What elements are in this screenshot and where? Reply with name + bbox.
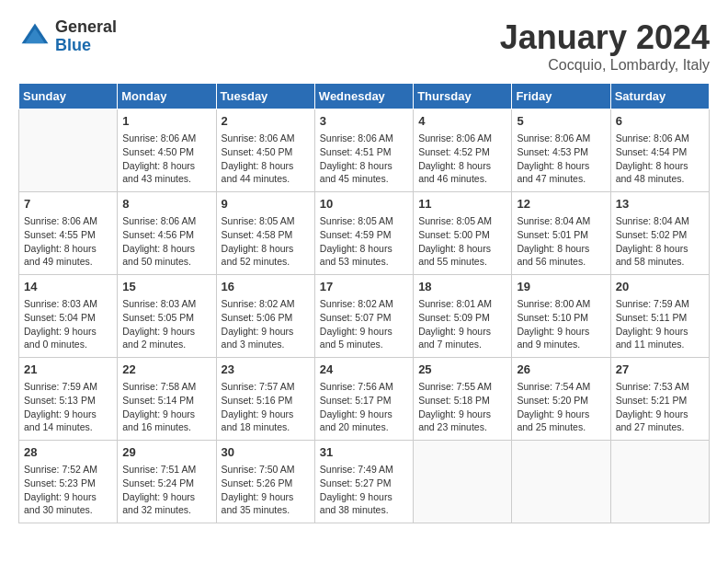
date-number: 7 [24,196,112,213]
day-info: Sunrise: 8:04 AM Sunset: 5:02 PM Dayligh… [616,214,704,269]
calendar-cell: 21Sunrise: 7:59 AM Sunset: 5:13 PM Dayli… [19,358,118,441]
calendar-cell: 2Sunrise: 8:06 AM Sunset: 4:50 PM Daylig… [216,109,314,192]
calendar-cell: 3Sunrise: 8:06 AM Sunset: 4:51 PM Daylig… [314,109,413,192]
date-number: 30 [222,444,310,461]
date-number: 16 [222,279,310,295]
logo: General Blue [18,18,117,55]
calendar-cell [512,441,610,523]
date-number: 27 [616,362,704,378]
calendar-header: SundayMondayTuesdayWednesdayThursdayFrid… [19,84,710,109]
calendar-cell: 23Sunrise: 7:57 AM Sunset: 5:16 PM Dayli… [216,358,314,441]
day-info: Sunrise: 8:06 AM Sunset: 4:56 PM Dayligh… [122,214,210,269]
date-number: 6 [616,113,704,130]
calendar-cell: 4Sunrise: 8:06 AM Sunset: 4:52 PM Daylig… [414,109,512,192]
day-header-tuesday: Tuesday [216,84,314,109]
day-info: Sunrise: 8:06 AM Sunset: 4:50 PM Dayligh… [222,132,310,186]
calendar-cell: 10Sunrise: 8:05 AM Sunset: 4:59 PM Dayli… [314,192,413,275]
calendar-cell: 5Sunrise: 8:06 AM Sunset: 4:53 PM Daylig… [512,109,610,192]
logo-blue-text: Blue [55,37,117,55]
date-number: 12 [517,196,605,213]
day-info: Sunrise: 8:06 AM Sunset: 4:52 PM Dayligh… [418,132,506,186]
calendar-table: SundayMondayTuesdayWednesdayThursdayFrid… [18,83,710,523]
day-info: Sunrise: 8:05 AM Sunset: 4:58 PM Dayligh… [222,214,310,269]
date-number: 15 [122,279,210,295]
calendar-cell: 6Sunrise: 8:06 AM Sunset: 4:54 PM Daylig… [610,109,709,192]
day-header-sunday: Sunday [19,84,118,109]
calendar-cell [414,441,512,523]
calendar-cell: 27Sunrise: 7:53 AM Sunset: 5:21 PM Dayli… [610,358,709,441]
day-info: Sunrise: 8:06 AM Sunset: 4:53 PM Dayligh… [517,132,605,186]
day-info: Sunrise: 8:02 AM Sunset: 5:07 PM Dayligh… [320,297,408,351]
day-info: Sunrise: 7:53 AM Sunset: 5:21 PM Dayligh… [616,380,704,434]
day-info: Sunrise: 7:54 AM Sunset: 5:20 PM Dayligh… [517,380,605,434]
week-row-1: 1Sunrise: 8:06 AM Sunset: 4:50 PM Daylig… [19,109,710,192]
day-info: Sunrise: 8:06 AM Sunset: 4:50 PM Dayligh… [122,132,210,186]
logo-text: General Blue [55,18,117,55]
week-row-2: 7Sunrise: 8:06 AM Sunset: 4:55 PM Daylig… [19,192,710,275]
calendar-cell: 29Sunrise: 7:51 AM Sunset: 5:24 PM Dayli… [118,441,216,523]
day-header-thursday: Thursday [414,84,512,109]
week-row-5: 28Sunrise: 7:52 AM Sunset: 5:23 PM Dayli… [19,441,710,523]
day-info: Sunrise: 7:50 AM Sunset: 5:26 PM Dayligh… [222,463,310,517]
calendar-cell: 9Sunrise: 8:05 AM Sunset: 4:58 PM Daylig… [216,192,314,275]
date-number: 29 [122,444,210,461]
calendar-cell: 22Sunrise: 7:58 AM Sunset: 5:14 PM Dayli… [118,358,216,441]
date-number: 14 [24,279,112,295]
day-info: Sunrise: 8:02 AM Sunset: 5:06 PM Dayligh… [222,297,310,351]
date-number: 28 [24,444,112,461]
week-row-3: 14Sunrise: 8:03 AM Sunset: 5:04 PM Dayli… [19,275,710,358]
date-number: 3 [320,113,408,130]
date-number: 19 [517,279,605,295]
calendar-cell: 26Sunrise: 7:54 AM Sunset: 5:20 PM Dayli… [512,358,610,441]
date-number: 24 [320,362,408,378]
calendar-cell: 16Sunrise: 8:02 AM Sunset: 5:06 PM Dayli… [216,275,314,358]
date-number: 26 [517,362,605,378]
calendar-cell: 28Sunrise: 7:52 AM Sunset: 5:23 PM Dayli… [19,441,118,523]
calendar-cell: 25Sunrise: 7:55 AM Sunset: 5:18 PM Dayli… [414,358,512,441]
date-number: 8 [122,196,210,213]
day-info: Sunrise: 8:04 AM Sunset: 5:01 PM Dayligh… [517,214,605,269]
calendar-body: 1Sunrise: 8:06 AM Sunset: 4:50 PM Daylig… [19,109,710,523]
calendar-cell: 30Sunrise: 7:50 AM Sunset: 5:26 PM Dayli… [216,441,314,523]
days-of-week-row: SundayMondayTuesdayWednesdayThursdayFrid… [19,84,710,109]
page-header: General Blue January 2024 Cocquio, Lomba… [18,18,710,74]
day-info: Sunrise: 7:58 AM Sunset: 5:14 PM Dayligh… [122,380,210,434]
day-info: Sunrise: 7:56 AM Sunset: 5:17 PM Dayligh… [320,380,408,434]
day-info: Sunrise: 8:00 AM Sunset: 5:10 PM Dayligh… [517,297,605,351]
date-number: 17 [320,279,408,295]
week-row-4: 21Sunrise: 7:59 AM Sunset: 5:13 PM Dayli… [19,358,710,441]
location: Cocquio, Lombardy, Italy [500,57,710,74]
calendar-cell: 19Sunrise: 8:00 AM Sunset: 5:10 PM Dayli… [512,275,610,358]
calendar-cell: 12Sunrise: 8:04 AM Sunset: 5:01 PM Dayli… [512,192,610,275]
calendar-cell: 18Sunrise: 8:01 AM Sunset: 5:09 PM Dayli… [414,275,512,358]
day-info: Sunrise: 7:51 AM Sunset: 5:24 PM Dayligh… [122,463,210,517]
date-number: 22 [122,362,210,378]
calendar-cell: 15Sunrise: 8:03 AM Sunset: 5:05 PM Dayli… [118,275,216,358]
date-number: 1 [122,113,210,130]
date-number: 11 [418,196,506,213]
day-info: Sunrise: 8:01 AM Sunset: 5:09 PM Dayligh… [418,297,506,351]
day-info: Sunrise: 7:55 AM Sunset: 5:18 PM Dayligh… [418,380,506,434]
day-header-wednesday: Wednesday [314,84,413,109]
calendar-cell [610,441,709,523]
title-block: January 2024 Cocquio, Lombardy, Italy [500,18,710,74]
day-info: Sunrise: 7:52 AM Sunset: 5:23 PM Dayligh… [24,463,112,517]
day-info: Sunrise: 8:03 AM Sunset: 5:04 PM Dayligh… [24,297,112,351]
day-header-monday: Monday [118,84,216,109]
day-info: Sunrise: 7:57 AM Sunset: 5:16 PM Dayligh… [222,380,310,434]
date-number: 9 [222,196,310,213]
day-info: Sunrise: 8:03 AM Sunset: 5:05 PM Dayligh… [122,297,210,351]
day-info: Sunrise: 8:06 AM Sunset: 4:51 PM Dayligh… [320,132,408,186]
calendar-cell: 8Sunrise: 8:06 AM Sunset: 4:56 PM Daylig… [118,192,216,275]
calendar-cell: 20Sunrise: 7:59 AM Sunset: 5:11 PM Dayli… [610,275,709,358]
date-number: 5 [517,113,605,130]
day-info: Sunrise: 8:05 AM Sunset: 4:59 PM Dayligh… [320,214,408,269]
date-number: 2 [222,113,310,130]
day-header-friday: Friday [512,84,610,109]
date-number: 10 [320,196,408,213]
month-title: January 2024 [500,18,710,57]
date-number: 23 [222,362,310,378]
calendar-cell: 7Sunrise: 8:06 AM Sunset: 4:55 PM Daylig… [19,192,118,275]
calendar-cell: 13Sunrise: 8:04 AM Sunset: 5:02 PM Dayli… [610,192,709,275]
day-info: Sunrise: 8:05 AM Sunset: 5:00 PM Dayligh… [418,214,506,269]
